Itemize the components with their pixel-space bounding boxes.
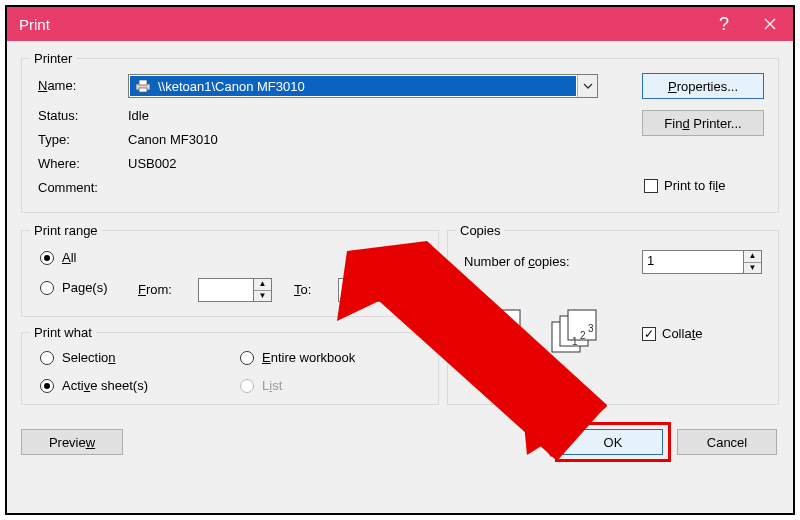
num-copies-spin[interactable]: 1 ▲▼ (642, 250, 762, 274)
pw-active-sheets-radio[interactable]: Active sheet(s) (40, 378, 148, 393)
spin-arrows[interactable]: ▲▼ (254, 278, 272, 302)
from-spin[interactable]: ▲▼ (198, 278, 272, 302)
preview-button[interactable]: Preview (21, 429, 123, 455)
pw-selection-radio[interactable]: Selection (40, 350, 115, 365)
print-to-file-label: Print to file (664, 178, 725, 193)
print-what-group-label: Print what (30, 325, 96, 340)
svg-text:3: 3 (512, 323, 518, 334)
printer-icon (134, 79, 152, 93)
svg-text:2: 2 (504, 330, 510, 341)
range-all-radio[interactable]: All (40, 250, 76, 265)
print-what-group: Print what Selection Active sheet(s) Ent… (21, 325, 439, 405)
checkbox-box: ✓ (642, 327, 656, 341)
collate-icon-1: 1 2 3 (472, 308, 530, 356)
svg-text:1: 1 (496, 336, 502, 347)
window-title: Print (7, 16, 50, 33)
close-button[interactable] (747, 7, 793, 41)
collate-label: Collate (662, 326, 702, 341)
checkbox-box (644, 179, 658, 193)
find-printer-button[interactable]: Find Printer... (642, 110, 764, 136)
range-pages-radio[interactable]: Page(s) (40, 280, 108, 295)
svg-rect-2 (139, 88, 147, 92)
printer-group: Printer Name: \\ketoan1\Canon MF3010 Sta… (21, 51, 779, 213)
num-copies-input[interactable]: 1 (642, 250, 744, 274)
copies-group: Copies Number of copies: 1 ▲▼ 1 2 3 1 2 (447, 223, 779, 405)
svg-text:3: 3 (588, 323, 594, 334)
printer-name-combo[interactable]: \\ketoan1\Canon MF3010 (128, 74, 598, 98)
cancel-button[interactable]: Cancel (677, 429, 777, 455)
type-label: Type: (38, 132, 70, 147)
from-label: From: (138, 282, 172, 297)
printer-group-label: Printer (30, 51, 76, 66)
close-icon (764, 18, 776, 30)
properties-button[interactable]: Properties... (642, 73, 764, 99)
print-range-group-label: Print range (30, 223, 102, 238)
status-value: Idle (128, 108, 149, 123)
print-range-group: Print range All Page(s) From: ▲▼ To: ▲▼ (21, 223, 439, 317)
collate-checkbox[interactable]: ✓ Collate (642, 326, 702, 341)
annotation-highlight (555, 422, 671, 462)
help-button[interactable]: ? (701, 7, 747, 41)
to-label: To: (294, 282, 311, 297)
from-input[interactable] (198, 278, 254, 302)
dialog-body: Printer Name: \\ketoan1\Canon MF3010 Sta… (7, 41, 793, 513)
chevron-down-icon (583, 83, 593, 89)
to-spin[interactable]: ▲▼ (338, 278, 412, 302)
where-label: Where: (38, 156, 80, 171)
copies-group-label: Copies (456, 223, 504, 238)
pw-list-radio: List (240, 378, 282, 393)
svg-text:1: 1 (572, 336, 578, 347)
spin-arrows[interactable]: ▲▼ (744, 250, 762, 274)
svg-rect-1 (139, 80, 147, 85)
collate-icon-2: 1 2 3 (548, 308, 606, 356)
title-bar: Print ? (7, 7, 793, 41)
printer-name-value: \\ketoan1\Canon MF3010 (158, 79, 305, 94)
combo-dropdown-button[interactable] (577, 75, 597, 97)
comment-label: Comment: (38, 180, 98, 195)
pw-entire-workbook-radio[interactable]: Entire workbook (240, 350, 355, 365)
type-value: Canon MF3010 (128, 132, 218, 147)
svg-text:2: 2 (580, 330, 586, 341)
print-to-file-checkbox[interactable]: Print to file (644, 178, 725, 193)
spin-arrows[interactable]: ▲▼ (394, 278, 412, 302)
num-copies-label: Number of copies: (464, 254, 570, 269)
where-value: USB002 (128, 156, 176, 171)
status-label: Status: (38, 108, 78, 123)
to-input[interactable] (338, 278, 394, 302)
name-label: Name: (38, 78, 76, 93)
